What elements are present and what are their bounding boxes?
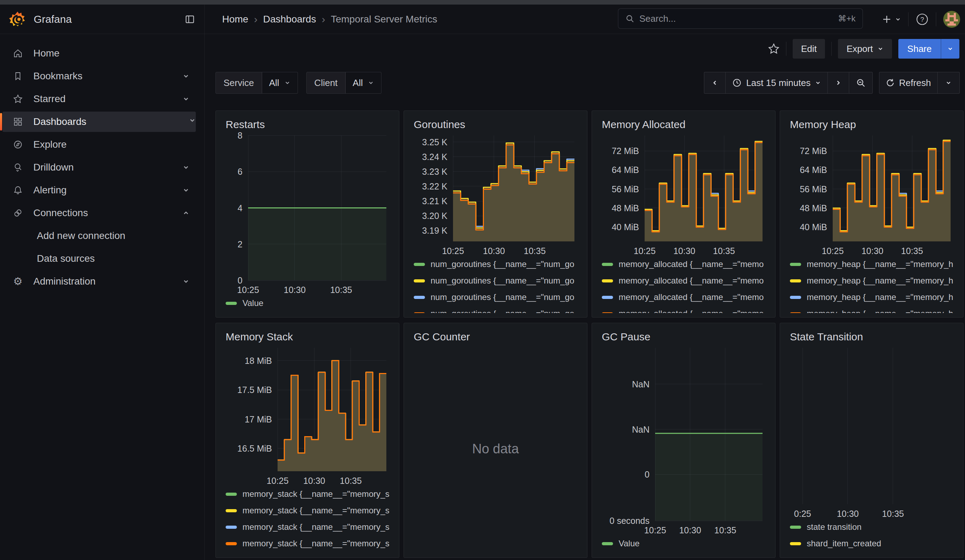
legend-item[interactable]: memory_heap {__name__="memory_h xyxy=(790,291,954,304)
share-button[interactable]: Share xyxy=(898,39,941,59)
sidebar-item-explore[interactable]: Explore xyxy=(2,134,196,155)
sidebar-item-starred[interactable]: Starred xyxy=(2,89,196,109)
legend-label: memory_allocated {__name__="memo xyxy=(619,309,764,313)
legend-marker xyxy=(790,312,801,313)
legend-item[interactable]: memory_stack {__name__="memory_s xyxy=(226,537,389,550)
no-data-text: No data xyxy=(472,441,518,457)
memory-allocated-chart[interactable]: 40 MiB48 MiB56 MiB64 MiB72 MiB10:2510:30… xyxy=(602,132,765,257)
chevron-down-icon xyxy=(183,73,190,80)
add-button[interactable] xyxy=(882,14,901,24)
panel-title[interactable]: Goroutines xyxy=(414,119,577,131)
time-shift-forward-button[interactable] xyxy=(828,72,849,93)
edit-button[interactable]: Edit xyxy=(793,39,825,59)
sidebar-collapse-icon[interactable] xyxy=(185,14,195,24)
legend-item[interactable]: num_goroutines {__name__="num_go xyxy=(414,291,577,304)
panel-title[interactable]: GC Pause xyxy=(602,331,765,343)
refresh-interval-dropdown[interactable] xyxy=(938,72,959,93)
time-range-picker[interactable]: Last 15 minutes xyxy=(726,72,828,93)
panel-title[interactable]: Memory Heap xyxy=(790,119,954,131)
share-dropdown-button[interactable] xyxy=(941,39,959,59)
legend-item[interactable]: memory_allocated {__name__="memo xyxy=(602,307,765,313)
panel-title[interactable]: Memory Allocated xyxy=(602,119,765,131)
sidebar-item-data-sources[interactable]: Data sources xyxy=(2,248,196,269)
memory-stack-chart[interactable]: 16.5 MiB17 MiB17.5 MiB18 MiB10:2510:3010… xyxy=(226,344,389,487)
legend-item[interactable]: num_goroutines {__name__="num_go xyxy=(414,258,577,271)
svg-text:48 MiB: 48 MiB xyxy=(612,203,639,213)
svg-text:10:35: 10:35 xyxy=(340,476,362,486)
legend-item[interactable]: memory_allocated {__name__="memo xyxy=(602,291,765,304)
zoom-out-button[interactable] xyxy=(849,72,872,93)
sidebar-item-bookmarks[interactable]: Bookmarks xyxy=(2,66,196,87)
sidebar-item-home[interactable]: Home xyxy=(2,43,196,64)
legend-item[interactable]: memory_stack {__name__="memory_s xyxy=(226,487,389,501)
header-actions: ? xyxy=(882,5,960,34)
export-button[interactable]: Export xyxy=(838,39,891,59)
refresh-button[interactable]: Refresh xyxy=(879,72,938,93)
search-input[interactable]: Search... ⌘+k xyxy=(618,8,863,29)
svg-text:17 MiB: 17 MiB xyxy=(245,415,272,424)
memory-heap-chart[interactable]: 40 MiB48 MiB56 MiB64 MiB72 MiB10:2510:30… xyxy=(790,132,954,257)
legend-label: memory_stack {__name__="memory_s xyxy=(242,539,389,549)
gc-pause-chart[interactable]: NaNNaN00 seconds10:2510:3010:35 xyxy=(602,344,765,536)
service-filter-value[interactable]: All xyxy=(262,72,298,93)
panel-legend: Value xyxy=(226,297,389,313)
chevron-down-icon xyxy=(183,278,190,285)
divider xyxy=(831,42,832,56)
panel-title[interactable]: Memory Stack xyxy=(226,331,389,343)
sidebar-item-connections[interactable]: Connections xyxy=(2,203,196,223)
legend-item[interactable]: memory_stack {__name__="memory_s xyxy=(226,504,389,517)
restarts-chart[interactable]: 0246810:2510:3010:35 xyxy=(226,132,389,296)
favorite-star-button[interactable] xyxy=(768,43,780,55)
chevron-down-icon xyxy=(183,95,190,103)
svg-text:6: 6 xyxy=(237,167,242,176)
time-controls: Last 15 minutes Refresh xyxy=(704,72,960,94)
legend-item[interactable]: state transition xyxy=(790,520,954,534)
sidebar-item-label: Data sources xyxy=(37,253,95,264)
legend-marker xyxy=(790,542,801,545)
legend-item[interactable]: Value xyxy=(602,537,765,550)
chevron-down-icon xyxy=(947,46,954,52)
gear-icon: ⚙ xyxy=(12,276,23,287)
svg-text:8: 8 xyxy=(237,132,242,140)
legend-marker xyxy=(226,509,237,512)
breadcrumb-home[interactable]: Home xyxy=(222,14,249,25)
legend-marker xyxy=(226,302,237,305)
panel-legend: Value xyxy=(602,537,765,553)
chevron-down-icon[interactable] xyxy=(189,117,196,124)
breadcrumb-separator: › xyxy=(254,13,258,25)
breadcrumb-current: Temporal Server Metrics xyxy=(331,14,437,25)
sidebar-item-drilldown[interactable]: Drilldown xyxy=(2,157,196,178)
legend-item[interactable]: memory_allocated {__name__="memo xyxy=(602,258,765,271)
legend-item[interactable]: memory_heap {__name__="memory_h xyxy=(790,307,954,313)
legend-item[interactable]: Value xyxy=(226,297,389,310)
legend-item[interactable]: memory_heap {__name__="memory_h xyxy=(790,258,954,271)
breadcrumb-dashboards[interactable]: Dashboards xyxy=(263,14,316,25)
sidebar-item-add-new-connection[interactable]: Add new connection xyxy=(2,225,196,246)
legend-item[interactable]: memory_stack {__name__="memory_s xyxy=(226,520,389,534)
legend-item[interactable]: memory_heap {__name__="memory_h xyxy=(790,274,954,287)
panel-title[interactable]: State Transition xyxy=(790,331,954,343)
legend-label: state transition xyxy=(807,522,862,532)
sidebar-item-dashboards[interactable]: Dashboards xyxy=(2,112,196,132)
client-filter-value[interactable]: All xyxy=(346,72,381,93)
bookmark-icon xyxy=(12,71,23,81)
legend-item[interactable]: num_goroutines {__name__="num_go xyxy=(414,274,577,287)
svg-text:3.25 K: 3.25 K xyxy=(422,137,448,147)
panel-title[interactable]: Restarts xyxy=(226,119,389,131)
legend-item[interactable]: shard_item_created xyxy=(790,537,954,550)
help-button[interactable]: ? xyxy=(916,13,929,26)
user-avatar[interactable] xyxy=(943,11,960,28)
time-shift-back-button[interactable] xyxy=(704,72,726,93)
legend-item[interactable]: num_goroutines {__name__="num_go xyxy=(414,307,577,313)
panel-title[interactable]: GC Counter xyxy=(414,331,577,343)
variable-filters: Service All Client All xyxy=(216,72,381,94)
time-range-label: Last 15 minutes xyxy=(746,78,811,88)
refresh-button-label: Refresh xyxy=(899,78,931,88)
sidebar-item-alerting[interactable]: Alerting xyxy=(2,180,196,200)
legend-item[interactable]: memory_allocated {__name__="memo xyxy=(602,274,765,287)
legend-label: shard_item_created xyxy=(807,539,881,549)
goroutines-chart[interactable]: 3.19 K3.20 K3.21 K3.22 K3.23 K3.24 K3.25… xyxy=(414,132,577,257)
sidebar-item-administration[interactable]: ⚙ Administration xyxy=(2,271,196,292)
svg-text:10:25: 10:25 xyxy=(442,246,464,256)
state-transition-chart[interactable]: 0:2510:3010:35 xyxy=(790,344,954,520)
